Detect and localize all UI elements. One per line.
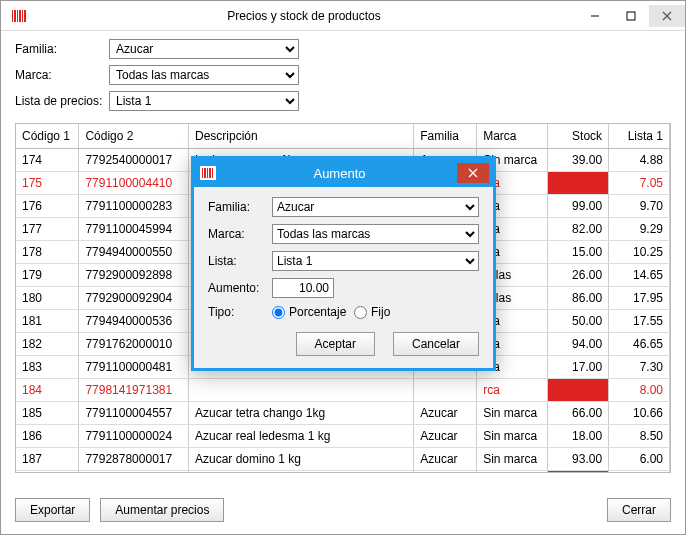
cell-fam: Azucar <box>414 447 477 470</box>
cell-stock: 4.00 <box>548 171 609 194</box>
aumento-dialog: Aumento Familia: Azucar Marca: Todas las… <box>191 156 496 371</box>
aumento-lista-select[interactable]: Lista 1 <box>272 251 479 271</box>
cell-c2: 7794940000536 <box>79 309 189 332</box>
cell-stock: 26.00 <box>548 263 609 286</box>
cell-c1: 188 <box>16 470 79 473</box>
tipo-porcentaje-label: Porcentaje <box>289 305 346 319</box>
cell-desc: Azcar impalpable la parmesana 250gr <box>188 470 413 473</box>
table-row[interactable]: 1887796373002101Azcar impalpable la parm… <box>16 470 670 473</box>
cell-lista: 17.55 <box>609 309 670 332</box>
table-row[interactable]: 1877792878000017Azucar domino 1 kgAzucar… <box>16 447 670 470</box>
aumento-close-button[interactable] <box>457 163 489 183</box>
cell-c2: 7791100045994 <box>79 217 189 240</box>
cell-c2: 7791100000283 <box>79 194 189 217</box>
exportar-button[interactable]: Exportar <box>15 498 90 522</box>
aumento-marca-select[interactable]: Todas las marcas <box>272 224 479 244</box>
close-button[interactable] <box>649 5 685 27</box>
cell-stock: 94.00 <box>548 332 609 355</box>
cell-stock: 17.00 <box>548 355 609 378</box>
cell-c2: 7798141971381 <box>79 378 189 401</box>
filter-panel: Familia: Azucar Marca: Todas las marcas … <box>1 31 685 123</box>
cell-stock: 18.00 <box>548 424 609 447</box>
table-row[interactable]: 1847798141971381rca3.008.00 <box>16 378 670 401</box>
cell-desc: Azucar real ledesma 1 kg <box>188 424 413 447</box>
th-stock[interactable]: Stock <box>548 124 609 148</box>
cell-c1: 174 <box>16 148 79 171</box>
aumento-amount-input[interactable] <box>272 278 334 298</box>
cell-c1: 186 <box>16 424 79 447</box>
cell-c2: 7791100004557 <box>79 401 189 424</box>
aumento-body: Familia: Azucar Marca: Todas las marcas … <box>194 187 493 368</box>
cell-c1: 179 <box>16 263 79 286</box>
cell-c1: 182 <box>16 332 79 355</box>
svg-rect-13 <box>207 168 208 178</box>
svg-rect-3 <box>19 10 21 22</box>
familia-select[interactable]: Azucar <box>109 39 299 59</box>
cell-stock: 8.00 <box>548 470 609 473</box>
cell-lista: 46.65 <box>609 332 670 355</box>
cell-stock: 15.00 <box>548 240 609 263</box>
th-descripcion[interactable]: Descripción <box>188 124 413 148</box>
cell-marca: Sin marca <box>477 424 548 447</box>
cell-lista: 9.29 <box>609 217 670 240</box>
cell-marca: Sin marca <box>477 447 548 470</box>
cell-lista: 7.05 <box>609 171 670 194</box>
svg-rect-2 <box>17 10 18 22</box>
cell-c1: 177 <box>16 217 79 240</box>
cell-stock: 93.00 <box>548 447 609 470</box>
cerrar-button[interactable]: Cerrar <box>607 498 671 522</box>
cell-stock: 3.00 <box>548 378 609 401</box>
bottom-bar: Exportar Aumentar precios Cerrar <box>15 498 671 522</box>
cell-c2: 7792900092904 <box>79 286 189 309</box>
cell-lista: 8.50 <box>609 424 670 447</box>
aumento-familia-select[interactable]: Azucar <box>272 197 479 217</box>
th-codigo2[interactable]: Código 2 <box>79 124 189 148</box>
cell-stock: 82.00 <box>548 217 609 240</box>
cell-c1: 187 <box>16 447 79 470</box>
marca-select[interactable]: Todas las marcas <box>109 65 299 85</box>
tipo-porcentaje-radio[interactable]: Porcentaje <box>272 305 336 319</box>
table-row[interactable]: 1857791100004557Azucar tetra chango 1kgA… <box>16 401 670 424</box>
cell-c2: 7792540000017 <box>79 148 189 171</box>
table-row[interactable]: 1867791100000024Azucar real ledesma 1 kg… <box>16 424 670 447</box>
window-controls <box>577 5 685 27</box>
cell-c1: 180 <box>16 286 79 309</box>
cell-c1: 175 <box>16 171 79 194</box>
cell-marca: Sin marca <box>477 401 548 424</box>
cell-desc <box>188 378 413 401</box>
svg-rect-5 <box>24 10 26 22</box>
th-familia[interactable]: Familia <box>414 124 477 148</box>
minimize-button[interactable] <box>577 5 613 27</box>
cell-lista: 10.25 <box>609 240 670 263</box>
th-lista1[interactable]: Lista 1 <box>609 124 670 148</box>
cell-lista: 9.70 <box>609 194 670 217</box>
aumento-amount-label: Aumento: <box>208 281 272 295</box>
cell-c2: 7791100000024 <box>79 424 189 447</box>
lista-select[interactable]: Lista 1 <box>109 91 299 111</box>
marca-label: Marca: <box>15 68 109 82</box>
aceptar-button[interactable]: Aceptar <box>296 332 375 356</box>
aumentar-precios-button[interactable]: Aumentar precios <box>100 498 224 522</box>
aumento-app-icon <box>194 166 222 180</box>
cell-c1: 178 <box>16 240 79 263</box>
cell-stock: 50.00 <box>548 309 609 332</box>
svg-rect-1 <box>14 10 16 22</box>
tipo-fijo-radio[interactable]: Fijo <box>354 305 418 319</box>
cancelar-button[interactable]: Cancelar <box>393 332 479 356</box>
window-title: Precios y stock de productos <box>31 9 577 23</box>
aumento-titlebar: Aumento <box>194 159 493 187</box>
cell-marca: rca <box>477 378 548 401</box>
maximize-button[interactable] <box>613 5 649 27</box>
cell-c1: 183 <box>16 355 79 378</box>
cell-c1: 181 <box>16 309 79 332</box>
th-codigo1[interactable]: Código 1 <box>16 124 79 148</box>
aumento-familia-label: Familia: <box>208 200 272 214</box>
th-marca[interactable]: Marca <box>477 124 548 148</box>
cell-c1: 176 <box>16 194 79 217</box>
svg-rect-12 <box>204 168 206 178</box>
cell-lista: 8.00 <box>609 378 670 401</box>
familia-label: Familia: <box>15 42 109 56</box>
svg-rect-7 <box>627 12 635 20</box>
aumento-title: Aumento <box>222 166 457 181</box>
svg-rect-11 <box>202 168 203 178</box>
